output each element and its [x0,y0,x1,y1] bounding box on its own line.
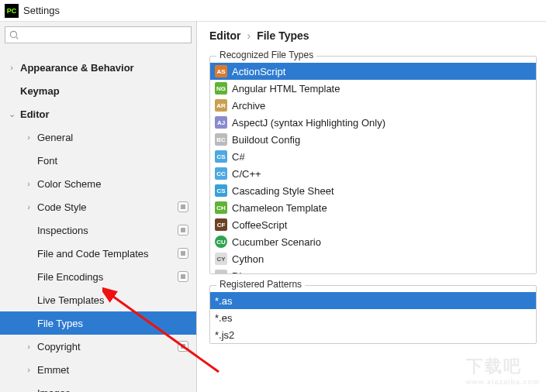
aj-file-icon: AJ [215,116,227,129]
as-file-icon: AS [215,65,227,77]
file-type-label: Buildout Config [232,134,300,146]
file-type-label: Archive [232,100,265,112]
file-type-label: Cython [232,253,264,265]
registered-patterns-list[interactable]: *.as*.es*.js2 [210,286,536,343]
tree-item-label: General [37,132,73,143]
window-title: Settings [23,5,60,16]
cy-file-icon: CY [215,253,227,265]
file-type-row[interactable]: AJAspectJ (syntax Highlighting Only) [210,114,536,131]
tree-item-file-encodings[interactable]: File Encodings [0,265,196,288]
tree-item-live-templates[interactable]: Live Templates [0,288,196,311]
bc-file-icon: BC [215,133,227,146]
file-type-label: ActionScript [232,66,285,77]
patterns-label: Registered Patterns [216,279,305,290]
file-type-label: CoffeeScript [232,219,287,231]
ch-file-icon: CH [215,201,227,214]
cc-file-icon: CC [215,167,227,180]
file-type-row[interactable]: DGDiagram [210,267,536,273]
pattern-row[interactable]: *.es [210,309,536,326]
title-bar: PC Settings [0,0,546,22]
tree-item-label: Copyright [37,341,81,352]
tree-item-label: Live Templates [37,294,104,306]
chevron-icon: ⌄ [6,109,17,119]
recognized-file-types-group: Recognized File Types ASActionScriptNGAn… [209,56,537,274]
file-type-label: Cucumber Scenario [232,236,321,248]
chevron-icon: › [6,63,17,72]
file-type-label: Cascading Style Sheet [232,185,334,197]
tree-item-file-types[interactable]: File Types [0,311,196,335]
chevron-icon: › [23,342,34,351]
ar-file-icon: AR [215,99,227,112]
chevron-right-icon: › [247,29,251,42]
file-type-row[interactable]: CFCoffeeScript [210,216,536,233]
tree-item-label: Images [37,387,71,393]
ng-file-icon: NG [215,82,227,95]
tree-item-file-and-code-templates[interactable]: File and Code Templates [0,242,196,265]
tree-item-label: File Encodings [37,271,103,283]
tree-item-label: Editor [20,108,50,120]
file-type-label: Angular HTML Template [232,83,340,95]
tree-item-label: Appearance & Behavior [20,62,134,74]
pattern-row[interactable]: *.js2 [210,326,536,343]
tree-item-inspections[interactable]: Inspections [0,218,196,242]
file-type-label: AspectJ (syntax Highlighting Only) [232,117,385,129]
tree-item-label: Color Scheme [37,178,101,190]
tree-item-appearance-behavior[interactable]: ›Appearance & Behavior [0,56,196,79]
cs-file-icon: CS [215,150,227,163]
tree-item-label: Emmet [37,364,69,376]
app-icon: PC [5,4,19,18]
tree-item-keymap[interactable]: Keymap [0,79,196,102]
breadcrumb-current: File Types [257,29,309,42]
project-scope-icon [178,201,188,212]
file-type-label: Chameleon Template [232,202,327,214]
file-type-row[interactable]: CYCython [210,250,536,267]
tree-item-label: Inspections [37,225,88,236]
recognized-file-types-list[interactable]: ASActionScriptNGAngular HTML TemplateARA… [210,57,536,273]
file-type-label: C# [232,151,245,163]
tree-item-font[interactable]: Font [0,149,196,172]
file-type-row[interactable]: ASActionScript [210,63,536,80]
tree-item-label: File Types [37,318,83,329]
css-file-icon: CS [215,184,227,197]
project-scope-icon [178,271,188,282]
file-type-row[interactable]: CSC# [210,148,536,165]
tree-item-label: File and Code Templates [37,248,149,260]
file-type-row[interactable]: CUCucumber Scenario [210,233,536,250]
settings-tree: ›Appearance & BehaviorKeymap⌄Editor›Gene… [0,48,196,392]
pattern-label: *.es [215,312,232,324]
project-scope-icon [178,248,188,259]
chevron-icon: › [23,365,34,374]
dg-file-icon: DG [215,270,227,273]
tree-item-code-style[interactable]: ›Code Style [0,195,196,218]
project-scope-icon [178,341,188,352]
tree-item-editor[interactable]: ⌄Editor [0,102,196,126]
search-input[interactable] [5,26,192,43]
tree-item-label: Code Style [37,201,87,213]
pattern-row[interactable]: *.as [210,292,536,309]
pattern-label: *.js2 [215,329,234,341]
chevron-icon: › [23,132,34,142]
file-type-row[interactable]: CHChameleon Template [210,199,536,216]
tree-item-label: Keymap [20,85,60,97]
project-scope-icon [178,225,188,236]
file-type-label: C/C++ [232,168,261,180]
recognized-label: Recognized File Types [216,50,316,60]
file-type-row[interactable]: BCBuildout Config [210,131,536,148]
tree-item-general[interactable]: ›General [0,126,196,149]
registered-patterns-group: Registered Patterns *.as*.es*.js2 [209,285,537,344]
cu-file-icon: CU [215,236,227,248]
tree-item-images[interactable]: Images [0,381,196,392]
file-type-label: Diagram [232,270,270,274]
file-type-row[interactable]: CSCascading Style Sheet [210,182,536,199]
tree-item-color-scheme[interactable]: ›Color Scheme [0,172,196,195]
breadcrumb: Editor › File Types [209,29,537,42]
breadcrumb-root[interactable]: Editor [209,29,240,42]
file-type-row[interactable]: ARArchive [210,97,536,114]
tree-item-emmet[interactable]: ›Emmet [0,358,196,381]
cf-file-icon: CF [215,218,227,231]
content-pane: Editor › File Types Recognized File Type… [197,22,546,392]
file-type-row[interactable]: NGAngular HTML Template [210,80,536,97]
tree-item-copyright[interactable]: ›Copyright [0,335,196,358]
chevron-icon: › [23,202,34,211]
file-type-row[interactable]: CCC/C++ [210,165,536,182]
